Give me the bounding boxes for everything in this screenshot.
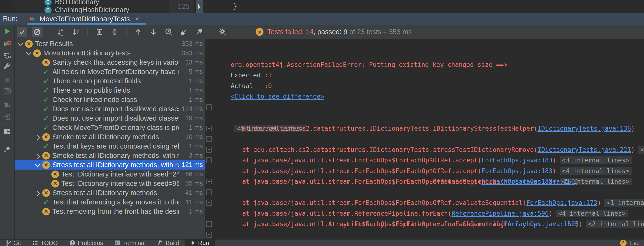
layout-button[interactable] bbox=[2, 127, 12, 136]
test-duration: 1 ms bbox=[179, 96, 205, 104]
expand-fold-icon[interactable] bbox=[206, 200, 212, 206]
attach-debugger-button[interactable] bbox=[2, 100, 12, 110]
run-configuration-tab[interactable]: MoveToFrontDictionaryTests × bbox=[28, 13, 146, 24]
test-tree-row[interactable]: Stress test all IDictionary methods 41 m… bbox=[14, 188, 205, 198]
test-tree-row[interactable]: Does not use or import disallowed classe… bbox=[14, 114, 205, 123]
rerun-failed-tests-button[interactable]: 9 bbox=[2, 40, 12, 49]
pin-tab-button[interactable] bbox=[2, 144, 12, 154]
expand-fold-icon[interactable] bbox=[206, 232, 212, 238]
toolbar-separator bbox=[2, 73, 12, 73]
test-history-button[interactable] bbox=[164, 27, 174, 37]
show-passed-button[interactable] bbox=[17, 27, 27, 37]
chevron-right-icon[interactable] bbox=[33, 188, 42, 198]
test-tree-row[interactable]: Test that keys are not compared using re… bbox=[14, 142, 205, 151]
previous-failed-test-button[interactable] bbox=[133, 27, 143, 37]
toolwindow-todo[interactable]: TODO bbox=[27, 240, 64, 246]
checkmark-icon bbox=[18, 28, 26, 36]
chevron-down-icon[interactable] bbox=[16, 39, 25, 48]
toolwindow-terminal[interactable]: Terminal bbox=[109, 240, 151, 246]
test-label: All fields in MoveToFrontDictionary have… bbox=[52, 68, 179, 76]
rerun-play-icon bbox=[3, 28, 11, 35]
test-passed-icon bbox=[42, 124, 50, 132]
expand-fold-icon[interactable] bbox=[206, 190, 212, 195]
test-tree-row[interactable]: Does not use or import disallowed classe… bbox=[14, 104, 205, 114]
show-ignored-button[interactable] bbox=[32, 27, 42, 37]
build-settings-button[interactable] bbox=[2, 62, 12, 72]
event-log-item[interactable]: 2 Eve bbox=[620, 240, 644, 246]
import-test-results-button[interactable] bbox=[179, 27, 189, 37]
test-tree-row[interactable]: Check for linked node class 1 ms bbox=[14, 95, 205, 104]
test-tree-row[interactable]: Sanity check that accessing keys in vari… bbox=[14, 58, 205, 67]
test-label: Check MoveToFrontDictionary class is pro… bbox=[52, 124, 179, 132]
test-tree-row[interactable]: MoveToFrontDictionaryTests 353 ms bbox=[14, 48, 205, 58]
test-tree-row[interactable]: Smoke test all IDictionary methods 10 ms bbox=[14, 132, 205, 142]
test-tree-row[interactable]: Test that referencing a key moves it to … bbox=[14, 198, 205, 207]
expand-fold-icon[interactable] bbox=[206, 147, 212, 152]
toolwindow-label: Git bbox=[14, 240, 21, 246]
chevron-right-icon[interactable] bbox=[33, 151, 42, 160]
next-failed-test-button[interactable] bbox=[148, 27, 158, 37]
test-tree-row[interactable]: There are no public fields 1 ms bbox=[14, 86, 205, 95]
toolwindow-git[interactable]: Git bbox=[0, 240, 27, 246]
sort-alphabetically-button[interactable]: a z bbox=[56, 27, 66, 37]
test-duration: 1 ms bbox=[179, 142, 205, 150]
stop-button[interactable] bbox=[2, 75, 12, 85]
expand-all-icon bbox=[96, 28, 103, 36]
test-tree-row[interactable]: Smoke test all IDictionary methods, with… bbox=[14, 151, 205, 160]
test-tree-row-selected[interactable]: Stress test all IDictionary methods, wit… bbox=[14, 160, 205, 170]
bookmark-icon bbox=[198, 4, 202, 9]
sort-by-duration-button[interactable] bbox=[71, 27, 81, 37]
console-blank-line bbox=[205, 91, 644, 102]
expand-fold-icon[interactable] bbox=[206, 136, 212, 142]
test-tree-row[interactable]: All fields in MoveToFrontDictionary have… bbox=[14, 67, 205, 76]
chevron-right-icon[interactable] bbox=[33, 132, 42, 142]
chevron-down-icon[interactable] bbox=[24, 48, 33, 58]
expand-fold-icon[interactable] bbox=[206, 104, 212, 110]
settings-button[interactable] bbox=[217, 27, 228, 37]
test-label: Stress test all IDictionary methods, wit… bbox=[52, 161, 179, 169]
thread-dump-button[interactable] bbox=[2, 86, 12, 95]
expand-fold-icon[interactable] bbox=[206, 158, 212, 163]
chevron-spacer bbox=[33, 198, 42, 207]
test-tree-row[interactable]: Test IDictionary interface with seed=245… bbox=[14, 170, 205, 179]
import-tests-button[interactable] bbox=[2, 112, 12, 122]
rerun-button[interactable] bbox=[2, 26, 12, 36]
test-passed-icon bbox=[42, 115, 50, 122]
class-icon: C bbox=[44, 0, 52, 6]
clock-history-icon bbox=[164, 28, 173, 36]
rerun-automatically-button[interactable] bbox=[2, 51, 12, 60]
total-tests-text: of 23 tests – 353 ms bbox=[347, 28, 412, 36]
expand-all-button[interactable] bbox=[94, 27, 105, 37]
test-failed-icon bbox=[33, 50, 41, 57]
close-icon[interactable]: × bbox=[135, 15, 139, 23]
console-expected-line: Expected :1 bbox=[205, 60, 644, 70]
test-tree-row[interactable]: There are no protected fields 1 ms bbox=[14, 76, 205, 86]
test-failed-icon bbox=[51, 170, 59, 178]
chevron-spacer bbox=[33, 67, 42, 76]
svg-text:z: z bbox=[61, 32, 62, 36]
expand-fold-icon[interactable] bbox=[206, 126, 212, 131]
sort-alpha-icon: a z bbox=[57, 28, 64, 36]
stack-frame-line: at java.base/java.util.stream.ForEachOps… bbox=[205, 144, 644, 155]
test-label: Sanity check that accessing keys in vari… bbox=[52, 58, 179, 66]
bug-arrow-icon bbox=[3, 101, 11, 109]
toolwindow-build[interactable]: Build bbox=[152, 240, 185, 246]
test-label: There are no protected fields bbox=[52, 77, 179, 85]
toolwindow-run-active[interactable]: Run bbox=[185, 240, 215, 246]
test-tree-row[interactable]: Test Results 353 ms bbox=[14, 39, 205, 48]
stack-frame-line: at java.base/java.util.stream.ReferenceP… bbox=[205, 187, 644, 198]
test-duration: 121 ms bbox=[179, 161, 205, 168]
toolwindow-problems[interactable]: Problems bbox=[64, 240, 109, 246]
test-tree-row[interactable]: Test removing from the front has the des… bbox=[14, 207, 205, 216]
export-test-results-button[interactable] bbox=[194, 27, 204, 37]
expand-fold-icon[interactable] bbox=[206, 179, 212, 184]
collapse-all-button[interactable] bbox=[110, 27, 120, 37]
terminal-icon bbox=[114, 240, 121, 246]
expand-fold-icon[interactable] bbox=[206, 221, 212, 227]
completion-item[interactable]: C BSTDictionary bbox=[14, 0, 169, 6]
completion-item[interactable]: C ChainingHashDictionary bbox=[14, 6, 169, 13]
test-tree-row[interactable]: Test IDictionary interface with seed=962… bbox=[14, 179, 205, 188]
test-tree-row[interactable]: Check MoveToFrontDictionary class is pro… bbox=[14, 123, 205, 132]
test-duration: 10 ms bbox=[179, 133, 205, 141]
chevron-down-icon[interactable] bbox=[33, 160, 42, 170]
